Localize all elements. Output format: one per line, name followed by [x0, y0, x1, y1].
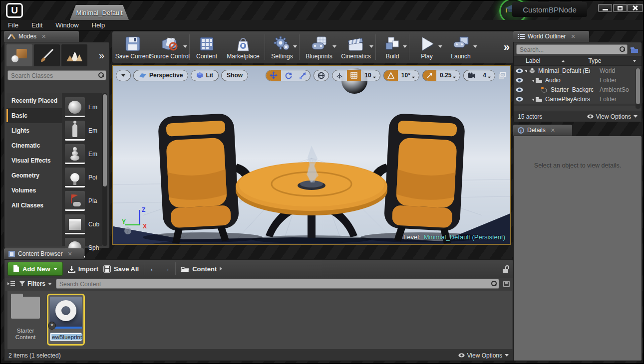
category-visual-effects[interactable]: Visual Effects	[6, 153, 62, 168]
import-button[interactable]: Import	[68, 265, 98, 273]
type-filter-caret-icon[interactable]	[633, 60, 636, 62]
asset-rename-field[interactable]: ewBlueprint	[50, 333, 82, 341]
lock-toggle[interactable]	[503, 265, 510, 273]
tab-details[interactable]: i Details ✕	[513, 125, 572, 136]
snap-caret-icon[interactable]	[412, 76, 415, 78]
dropdown-caret-icon[interactable]	[369, 45, 373, 48]
save-current-button[interactable]: Save Current	[114, 32, 151, 62]
details-close-icon[interactable]: ✕	[551, 127, 555, 134]
grid-snap-value[interactable]: 10	[361, 70, 379, 81]
scale-snap-value[interactable]: 0.25	[436, 70, 460, 81]
grid-snap-toggle[interactable]	[347, 70, 361, 81]
scale-tool-button[interactable]	[296, 70, 310, 81]
tab-content-browser[interactable]: Content Browser ✕	[4, 248, 84, 259]
minimize-button[interactable]	[598, 4, 612, 12]
level-name-link[interactable]: Minimal_Default (Persistent)	[424, 233, 505, 241]
category-all-classes[interactable]: All Classes	[6, 198, 62, 213]
column-label[interactable]: Label	[526, 57, 540, 64]
dropdown-caret-icon[interactable]	[473, 45, 477, 48]
category-basic[interactable]: Basic	[6, 108, 62, 123]
mode-expand-chevron[interactable]: »	[99, 50, 107, 61]
close-button[interactable]	[627, 4, 643, 12]
dropdown-caret-icon[interactable]	[403, 45, 407, 48]
menu-edit[interactable]: Edit	[31, 21, 42, 29]
dropdown-caret-icon[interactable]	[438, 45, 442, 48]
source-control-button[interactable]: Source Control	[151, 32, 188, 62]
viewport-options-button[interactable]	[116, 70, 131, 81]
toolbar-expand-chevron[interactable]: »	[502, 41, 512, 54]
landscape-mode-button[interactable]	[61, 44, 87, 66]
dropdown-caret-icon[interactable]	[183, 45, 187, 48]
content-browser-view-options[interactable]: View Options	[458, 352, 509, 359]
outliner-scrollbar[interactable]	[636, 68, 641, 109]
build-button[interactable]: Build	[377, 32, 408, 62]
show-button[interactable]: Show	[221, 70, 248, 81]
add-folder-icon[interactable]	[630, 46, 639, 53]
category-volumes[interactable]: Volumes	[6, 183, 62, 198]
snap-caret-icon[interactable]	[373, 76, 376, 78]
cinematics-button[interactable]: Cinematics	[337, 32, 374, 62]
breadcrumb[interactable]: Content	[181, 265, 222, 273]
tab-world-outliner[interactable]: World Outliner ✕	[513, 31, 589, 42]
list-item[interactable]: Em	[65, 142, 101, 166]
visibility-eye-icon[interactable]	[516, 87, 523, 92]
sources-toggle-icon[interactable]	[7, 280, 15, 287]
place-mode-button[interactable]	[6, 44, 32, 66]
menu-window[interactable]: Window	[55, 21, 78, 29]
camera-speed-value[interactable]: 4	[479, 70, 495, 81]
expand-arrow-icon[interactable]	[532, 80, 534, 82]
level-viewport[interactable]: Perspective Lit Show	[112, 65, 511, 245]
level-tab[interactable]: Minimal_Default	[70, 5, 129, 20]
scale-snap-toggle[interactable]	[423, 70, 436, 81]
modes-close-icon[interactable]: ✕	[41, 33, 46, 40]
move-tool-button[interactable]	[266, 70, 281, 81]
filters-button[interactable]: Filters	[19, 280, 52, 287]
dropdown-caret-icon[interactable]	[293, 45, 297, 48]
list-item[interactable]: Cub	[65, 212, 101, 236]
table-row[interactable]: Audio Folder	[514, 75, 642, 85]
search-content-input[interactable]	[56, 280, 499, 289]
menu-file[interactable]: File	[8, 21, 18, 29]
save-search-icon[interactable]	[503, 281, 510, 287]
asset-tile-selected[interactable]: * ewBlueprint	[47, 294, 85, 346]
blueprints-button[interactable]: Blueprints	[301, 32, 337, 62]
outliner-search-input[interactable]	[517, 45, 627, 54]
tab-modes[interactable]: Modes ✕	[4, 31, 79, 42]
surface-snap-button[interactable]	[332, 70, 347, 81]
outliner-close-icon[interactable]: ✕	[571, 33, 575, 40]
world-local-toggle[interactable]	[314, 70, 329, 81]
dropdown-caret-icon[interactable]	[332, 45, 336, 48]
table-row[interactable]: Starter_Backgrc AmbientSo	[514, 85, 642, 94]
category-recently-placed[interactable]: Recently Placed	[6, 93, 62, 108]
snap-caret-icon[interactable]	[453, 76, 456, 78]
settings-button[interactable]: Settings	[266, 32, 298, 62]
category-cinematic[interactable]: Cinematic	[6, 138, 62, 153]
expand-arrow-icon[interactable]	[532, 99, 534, 101]
expand-arrow-icon[interactable]	[525, 70, 527, 73]
visibility-eye-icon[interactable]	[516, 68, 523, 73]
sources-divider[interactable]	[5, 291, 7, 349]
table-row[interactable]: GamePlayActors Folder	[514, 94, 642, 104]
category-geometry[interactable]: Geometry	[6, 168, 62, 183]
play-button[interactable]: Play	[410, 32, 443, 62]
list-item[interactable]: Em	[65, 119, 101, 142]
forward-button[interactable]: →	[162, 264, 170, 273]
list-item[interactable]: Poi	[65, 166, 101, 189]
visibility-eye-icon[interactable]	[516, 97, 523, 102]
lit-mode-button[interactable]: Lit	[191, 70, 219, 81]
launch-button[interactable]: Launch	[443, 32, 478, 62]
add-new-button[interactable]: Add New	[7, 262, 63, 276]
content-button[interactable]: Content	[191, 32, 223, 62]
visibility-eye-icon[interactable]	[516, 78, 523, 83]
camera-speed-button[interactable]	[464, 70, 479, 81]
content-browser-close-icon[interactable]: ✕	[67, 251, 72, 257]
rotation-snap-value[interactable]: 10°	[398, 70, 419, 81]
outliner-view-options[interactable]: View Options	[587, 113, 638, 120]
rotation-snap-toggle[interactable]	[384, 70, 398, 81]
list-item[interactable]: Em	[65, 95, 101, 119]
table-row[interactable]: Minimal_Default (Ed World	[514, 66, 642, 75]
maximize-button[interactable]	[613, 4, 627, 12]
menu-help[interactable]: Help	[92, 21, 105, 29]
list-item[interactable]: Pla	[65, 189, 101, 212]
perspective-button[interactable]: Perspective	[133, 70, 188, 81]
